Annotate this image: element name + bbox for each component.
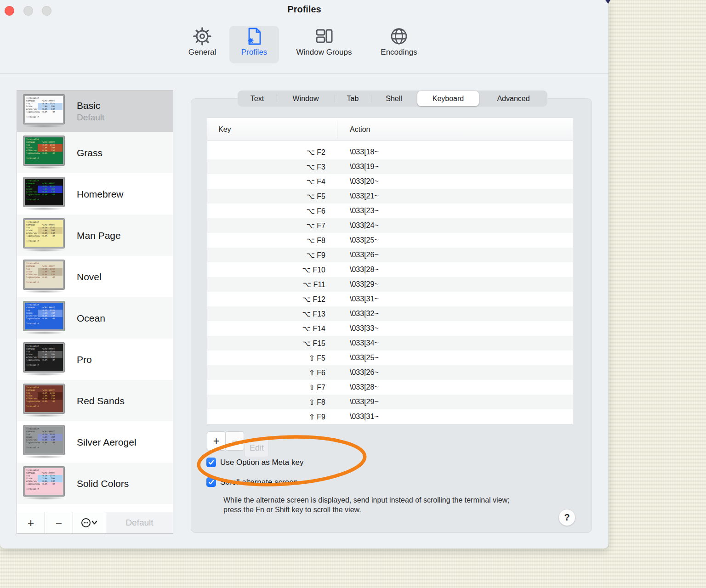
- preferences-window: Profiles General: [0, 0, 609, 548]
- checkbox-label[interactable]: Use Option as Meta key: [220, 458, 303, 467]
- table-row[interactable]: ⇧ F9 \033[31~: [207, 409, 573, 424]
- table-row[interactable]: ⌥ F3 \033[19~: [207, 159, 573, 174]
- checkmark-icon: [208, 459, 215, 466]
- add-profile-button[interactable]: +: [17, 512, 45, 533]
- key-cell: ⇧ F8: [207, 398, 337, 407]
- use-option-as-meta-key-row: Use Option as Meta key: [206, 458, 303, 467]
- thumbnail-shadow: [23, 455, 64, 458]
- checkmark-icon: [208, 479, 215, 486]
- key-cell: ⇧ F7: [207, 383, 337, 392]
- profile-thumbnail: Terminal3# COMMAND %CPU RPRVT top 4.1% 2…: [23, 384, 65, 417]
- toolbar-label: General: [188, 48, 216, 57]
- table-header: Key Action: [207, 118, 573, 141]
- thumbnail-shadow: [23, 166, 64, 169]
- window-title: Profiles: [0, 4, 609, 15]
- tab-shell[interactable]: Shell: [371, 90, 417, 107]
- thumbnail-shadow: [23, 414, 64, 417]
- table-row[interactable]: ⇧ F6 \033[26~: [207, 365, 573, 380]
- remove-profile-button[interactable]: −: [45, 512, 73, 533]
- tab-window[interactable]: Window: [277, 90, 335, 107]
- action-cell: \033[29~: [337, 398, 379, 406]
- tab-advanced[interactable]: Advanced: [479, 90, 547, 107]
- profile-item-ocean[interactable]: Terminal3# COMMAND %CPU RPRVT top 4.1% 2…: [17, 297, 173, 339]
- help-button[interactable]: ?: [558, 509, 575, 526]
- use-option-as-meta-key-checkbox[interactable]: [206, 458, 216, 467]
- toolbar-label: Window Groups: [296, 48, 352, 57]
- action-cell: \033[28~: [337, 383, 379, 391]
- profile-name: Grass: [77, 147, 102, 159]
- action-cell: \033[28~: [337, 266, 379, 274]
- add-key-button[interactable]: +: [207, 431, 226, 451]
- profile-item-grass[interactable]: Terminal3# COMMAND %CPU RPRVT top 4.1% 2…: [17, 132, 173, 173]
- table-row[interactable]: ⌥ F9 \033[26~: [207, 248, 573, 262]
- profile-item-red-sands[interactable]: Terminal3# COMMAND %CPU RPRVT top 4.1% 2…: [17, 380, 173, 421]
- profile-name: Silver Aerogel: [77, 436, 137, 448]
- profile-item-novel[interactable]: Terminal3# COMMAND %CPU RPRVT top 4.1% 2…: [17, 256, 173, 297]
- remove-key-button[interactable]: −: [225, 431, 244, 451]
- table-row[interactable]: ⌥ F8 \033[25~: [207, 233, 573, 248]
- profile-item-silver-aerogel[interactable]: Terminal3# COMMAND %CPU RPRVT top 4.1% 2…: [17, 421, 173, 463]
- toolbar-item-profiles[interactable]: Profiles: [229, 26, 279, 64]
- tab-keyboard[interactable]: Keyboard: [417, 91, 479, 106]
- toolbar-item-encodings[interactable]: Encodings: [367, 26, 431, 64]
- key-cell: ⌥ F4: [207, 177, 337, 186]
- thumbnail-shadow: [23, 497, 64, 500]
- profile-name: Novel: [77, 271, 102, 283]
- action-cell: \033[20~: [337, 177, 379, 186]
- table-row[interactable]: ⌥ F2 \033[18~: [207, 145, 573, 159]
- terminal-preview: Terminal3# COMMAND %CPU RPRVT top 4.1% 2…: [23, 219, 64, 248]
- column-header-action[interactable]: Action: [337, 125, 370, 134]
- terminal-preview: Terminal3# COMMAND %CPU RPRVT top 4.1% 2…: [23, 136, 64, 165]
- action-cell: \033[32~: [337, 310, 379, 318]
- profile-item-man-page[interactable]: Terminal3# COMMAND %CPU RPRVT top 4.1% 2…: [17, 215, 173, 256]
- thumbnail-shadow: [23, 290, 64, 293]
- profile-item-solid-colors[interactable]: Terminal3# COMMAND %CPU RPRVT top 4.1% 2…: [17, 463, 173, 504]
- table-row[interactable]: ⌥ F7 \033[24~: [207, 218, 573, 233]
- checkbox-label[interactable]: Scroll alternate screen: [220, 478, 298, 487]
- profile-item-homebrew[interactable]: Terminal3# COMMAND %CPU RPRVT top 4.1% 2…: [17, 173, 173, 215]
- table-row[interactable]: ⇧ F8 \033[29~: [207, 395, 573, 409]
- scroll-alternate-screen-checkbox[interactable]: [206, 477, 216, 487]
- table-row[interactable]: ⌥ F4 \033[20~: [207, 174, 573, 189]
- thumbnail-shadow: [23, 207, 64, 210]
- profile-name: Homebrew: [77, 188, 124, 200]
- key-table-body: ⌥ F2 \033[18~ ⌥ F3 \033[19~ ⌥ F4 \033[20…: [207, 141, 573, 424]
- thumbnail-shadow: [23, 124, 64, 128]
- profile-name: Red Sands: [77, 395, 125, 407]
- table-row[interactable]: ⌥ F12 \033[31~: [207, 292, 573, 306]
- table-row[interactable]: ⌥ F10 \033[28~: [207, 262, 573, 277]
- edit-key-button[interactable]: Edit: [245, 439, 269, 457]
- profile-name: Ocean: [77, 312, 105, 324]
- thumbnail-shadow: [23, 331, 64, 334]
- key-cell: ⌥ F13: [207, 310, 337, 318]
- table-row[interactable]: ⌥ F6 \033[23~: [207, 204, 573, 218]
- key-cell: ⇧ F6: [207, 368, 337, 377]
- table-row[interactable]: ⌥ F15 \033[34~: [207, 336, 573, 351]
- key-cell: ⌥ F2: [207, 148, 337, 157]
- profile-thumbnail: Terminal3# COMMAND %CPU RPRVT top 4.1% 2…: [23, 95, 65, 128]
- profile-options-button[interactable]: [73, 512, 106, 533]
- key-cell: ⌥ F11: [207, 280, 337, 289]
- action-cell: \033[25~: [337, 354, 379, 362]
- profile-thumbnail: Terminal3# COMMAND %CPU RPRVT top 4.1% 2…: [23, 301, 65, 334]
- table-row[interactable]: ⌥ F13 \033[32~: [207, 306, 573, 321]
- column-header-key[interactable]: Key: [207, 121, 337, 138]
- tab-tab[interactable]: Tab: [335, 90, 371, 107]
- tab-text[interactable]: Text: [238, 90, 277, 107]
- table-row[interactable]: ⌥ F5 \033[21~: [207, 189, 573, 204]
- terminal-preview: Terminal3# COMMAND %CPU RPRVT top 4.1% 2…: [23, 343, 64, 372]
- table-row[interactable]: ⇧ F5 \033[25~: [207, 351, 573, 365]
- profile-name: Basic: [77, 99, 104, 112]
- key-cell: ⌥ F9: [207, 251, 337, 260]
- profile-item-pro[interactable]: Terminal3# COMMAND %CPU RPRVT top 4.1% 2…: [17, 339, 173, 380]
- terminal-preview: Terminal3# COMMAND %CPU RPRVT top 4.1% 2…: [23, 467, 64, 496]
- table-row[interactable]: ⌥ F11 \033[29~: [207, 277, 573, 292]
- action-cell: \033[23~: [337, 207, 379, 215]
- toolbar-item-general[interactable]: General: [175, 26, 230, 64]
- table-row[interactable]: ⇧ F7 \033[28~: [207, 380, 573, 395]
- table-row[interactable]: ⌥ F14 \033[33~: [207, 321, 573, 336]
- profile-item-basic[interactable]: Terminal3# COMMAND %CPU RPRVT top 4.1% 2…: [17, 90, 173, 132]
- set-default-button[interactable]: Default: [106, 512, 173, 533]
- profile-thumbnail: Terminal3# COMMAND %CPU RPRVT top 4.1% 2…: [23, 136, 65, 169]
- toolbar-item-window-groups[interactable]: Window Groups: [285, 26, 363, 64]
